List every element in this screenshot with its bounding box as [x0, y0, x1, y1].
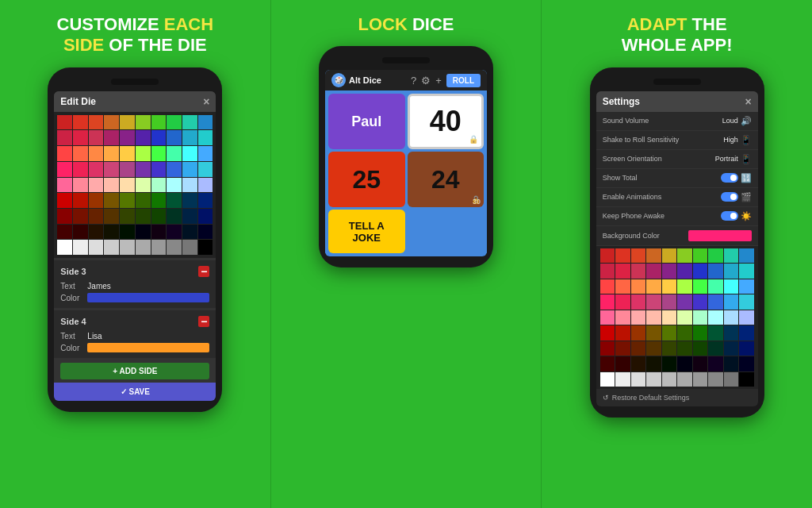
dice-25[interactable]: 25	[328, 152, 405, 207]
color-cell[interactable]	[104, 178, 119, 193]
color-cell[interactable]	[73, 193, 88, 208]
color-cell[interactable]	[89, 115, 104, 130]
color-cell[interactable]	[693, 325, 708, 341]
color-cell[interactable]	[182, 115, 197, 130]
color-cell[interactable]	[136, 146, 151, 161]
color-cell[interactable]	[677, 264, 692, 279]
color-cell[interactable]	[615, 356, 630, 371]
color-cell[interactable]	[677, 341, 692, 356]
color-cell[interactable]	[677, 325, 692, 341]
settings-close[interactable]: ×	[745, 95, 751, 108]
animations-toggle[interactable]	[721, 192, 738, 202]
color-cell[interactable]	[104, 146, 119, 161]
color-cell[interactable]	[136, 225, 151, 240]
color-cell[interactable]	[631, 310, 646, 325]
color-cell[interactable]	[182, 130, 197, 145]
color-cell[interactable]	[615, 294, 630, 310]
color-cell[interactable]	[151, 209, 167, 224]
color-cell[interactable]	[151, 115, 167, 130]
color-cell[interactable]	[662, 264, 677, 279]
color-cell[interactable]	[120, 193, 135, 208]
color-cell[interactable]	[167, 130, 182, 145]
color-cell[interactable]	[708, 294, 723, 310]
color-cell[interactable]	[57, 146, 72, 161]
color-cell[interactable]	[57, 193, 72, 208]
color-cell[interactable]	[104, 209, 119, 224]
color-cell[interactable]	[57, 115, 72, 130]
dice-joke[interactable]: TELL AJOKE	[328, 210, 405, 253]
color-cell[interactable]	[646, 325, 661, 341]
color-cell[interactable]	[708, 356, 723, 371]
color-cell[interactable]	[89, 146, 104, 161]
color-cell[interactable]	[73, 115, 88, 130]
color-cell[interactable]	[198, 146, 213, 161]
color-cell[interactable]	[151, 193, 167, 208]
color-cell[interactable]	[151, 130, 167, 145]
color-cell[interactable]	[662, 341, 677, 356]
color-cell[interactable]	[615, 325, 630, 341]
color-cell[interactable]	[167, 240, 182, 255]
color-cell[interactable]	[708, 341, 723, 356]
color-cell[interactable]	[739, 310, 754, 325]
color-cell[interactable]	[631, 356, 646, 371]
color-cell[interactable]	[724, 372, 739, 387]
color-cell[interactable]	[646, 310, 661, 325]
restore-defaults-button[interactable]: ↺ Restore Default Settings	[596, 389, 758, 406]
color-cell[interactable]	[151, 162, 167, 177]
color-cell[interactable]	[167, 193, 182, 208]
color-cell[interactable]	[73, 240, 88, 255]
color-cell[interactable]	[739, 356, 754, 371]
color-cell[interactable]	[693, 341, 708, 356]
color-cell[interactable]	[167, 146, 182, 161]
color-cell[interactable]	[73, 178, 88, 193]
color-cell[interactable]	[89, 209, 104, 224]
color-cell[interactable]	[631, 341, 646, 356]
save-button[interactable]: ✓ SAVE	[54, 383, 216, 401]
color-cell[interactable]	[631, 294, 646, 310]
color-cell[interactable]	[182, 193, 197, 208]
help-icon[interactable]: ?	[411, 75, 416, 87]
color-cell[interactable]	[57, 209, 72, 224]
color-cell[interactable]	[646, 372, 661, 387]
color-cell[interactable]	[662, 279, 677, 294]
color-cell[interactable]	[600, 341, 615, 356]
color-cell[interactable]	[167, 115, 182, 130]
color-cell[interactable]	[120, 225, 135, 240]
color-cell[interactable]	[182, 225, 197, 240]
edit-die-close[interactable]: ×	[203, 95, 209, 108]
color-cell[interactable]	[724, 279, 739, 294]
color-cell[interactable]	[182, 209, 197, 224]
side-4-color-bar[interactable]	[87, 343, 209, 352]
color-cell[interactable]	[136, 130, 151, 145]
color-cell[interactable]	[57, 162, 72, 177]
color-cell[interactable]	[739, 248, 754, 264]
color-cell[interactable]	[739, 372, 754, 387]
color-cell[interactable]	[198, 178, 213, 193]
color-cell[interactable]	[136, 193, 151, 208]
color-cell[interactable]	[120, 209, 135, 224]
color-cell[interactable]	[198, 225, 213, 240]
color-cell[interactable]	[600, 325, 615, 341]
color-cell[interactable]	[677, 356, 692, 371]
color-cell[interactable]	[677, 294, 692, 310]
color-cell[interactable]	[677, 279, 692, 294]
color-cell[interactable]	[615, 279, 630, 294]
color-cell[interactable]	[89, 240, 104, 255]
color-cell[interactable]	[73, 130, 88, 145]
color-cell[interactable]	[120, 240, 135, 255]
side-3-color-bar[interactable]	[87, 293, 209, 302]
color-cell[interactable]	[631, 264, 646, 279]
color-cell[interactable]	[198, 162, 213, 177]
color-cell[interactable]	[631, 248, 646, 264]
color-cell[interactable]	[708, 264, 723, 279]
color-cell[interactable]	[708, 372, 723, 387]
color-cell[interactable]	[708, 310, 723, 325]
color-cell[interactable]	[73, 146, 88, 161]
color-cell[interactable]	[739, 264, 754, 279]
color-cell[interactable]	[724, 341, 739, 356]
color-cell[interactable]	[646, 248, 661, 264]
color-cell[interactable]	[136, 209, 151, 224]
color-cell[interactable]	[677, 372, 692, 387]
color-cell[interactable]	[120, 178, 135, 193]
color-cell[interactable]	[631, 372, 646, 387]
